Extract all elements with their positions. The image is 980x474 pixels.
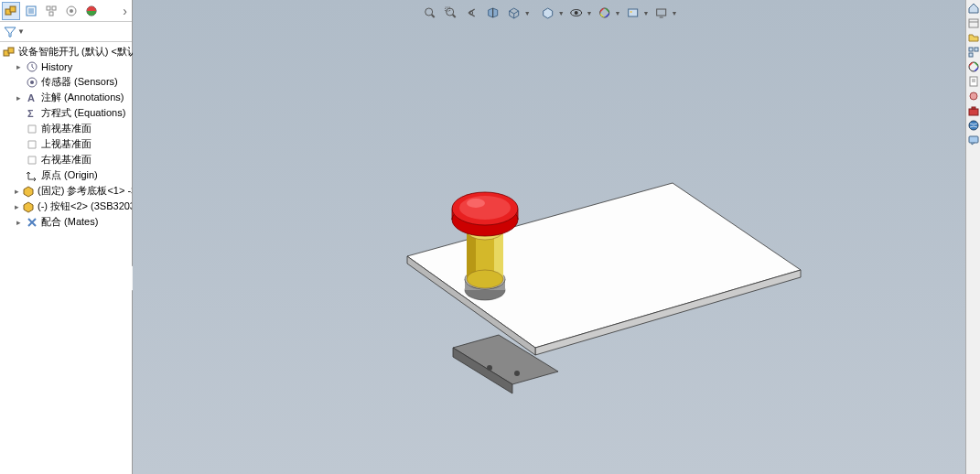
expander-icon[interactable]: ▸ [15, 63, 23, 71]
expander-icon[interactable]: ▸ [15, 93, 23, 102]
section-view-button[interactable] [484, 4, 502, 22]
tree-item-annotations[interactable]: ▸ A 注解 (Annotations) [0, 90, 132, 105]
svg-rect-29 [628, 9, 637, 16]
task-toolbox-button[interactable] [967, 104, 980, 117]
annotation-icon: A [26, 92, 38, 104]
tree-item-equations[interactable]: Σ 方程式 (Equations) [0, 105, 132, 121]
tree-label: 传感器 (Sensors) [41, 75, 118, 89]
svg-rect-55 [975, 48, 978, 51]
tab-overflow[interactable]: › [120, 4, 130, 18]
svg-rect-52 [969, 19, 978, 27]
plane-icon [26, 123, 38, 135]
model-3d[interactable] [398, 165, 810, 403]
dropdown-icon[interactable]: ▼ [558, 10, 565, 16]
feature-manager-panel: › ▼ 设备智能开孔 (默认) <默认_显示 ▸ History 传感器 (Se… [0, 0, 133, 474]
svg-rect-63 [972, 107, 975, 109]
tab-display-manager[interactable] [82, 2, 101, 20]
props-icon [967, 75, 980, 88]
property-icon [25, 5, 38, 17]
tree-item-mates[interactable]: ▸ 配合 (Mates) [0, 214, 132, 230]
tree-label: 配合 (Mates) [41, 215, 98, 229]
task-home-button[interactable] [967, 2, 980, 15]
dropdown-icon[interactable]: ▼ [671, 10, 677, 16]
globe-icon [967, 119, 980, 132]
apply-scene-button[interactable] [623, 4, 641, 22]
tree-label: (-) 按钮<2> (3SB3203-1H [38, 199, 132, 213]
tree-label: 前视基准面 [41, 122, 92, 135]
dropdown-icon[interactable]: ▼ [17, 27, 25, 36]
task-library-button[interactable] [967, 16, 980, 29]
tree-item-button-part[interactable]: ▸ (-) 按钮<2> (3SB3203-1H [0, 199, 132, 214]
dropdown-icon[interactable]: ▼ [615, 10, 621, 16]
task-file-explorer-button[interactable] [967, 31, 980, 44]
dropdown-icon[interactable]: ▼ [642, 10, 649, 16]
tab-dimxpert[interactable] [62, 2, 81, 20]
task-forum-button[interactable] [967, 134, 980, 146]
svg-rect-13 [8, 48, 14, 53]
dropdown-icon[interactable]: ▼ [587, 10, 593, 16]
svg-rect-1 [10, 6, 16, 12]
tree-item-origin[interactable]: 原点 (Origin) [0, 167, 132, 183]
display-style-icon [542, 6, 555, 19]
dropdown-icon[interactable]: ▼ [524, 10, 531, 16]
sensor-icon [26, 76, 38, 89]
tree-label: 原点 (Origin) [41, 168, 98, 182]
tree-label: 右视基准面 [41, 153, 92, 167]
zoom-area-button[interactable] [442, 4, 460, 22]
display-style-button[interactable] [539, 4, 557, 22]
tree-item-sensors[interactable]: 传感器 (Sensors) [0, 74, 132, 90]
svg-rect-8 [49, 12, 53, 16]
tree-item-fixed-part[interactable]: ▸ (固定) 参考底板<1> -> (默 [0, 183, 132, 199]
assembly-icon [3, 46, 16, 59]
task-appearances-button[interactable] [967, 60, 980, 73]
task-custom-props-button[interactable] [967, 75, 980, 88]
tree-item-top-plane[interactable]: 上视基准面 [0, 136, 132, 152]
svg-rect-6 [47, 6, 50, 10]
view-orientation-button[interactable] [505, 4, 523, 22]
zoom-area-icon [445, 6, 458, 19]
tree-item-history[interactable]: ▸ History [0, 59, 132, 74]
palette-icon [967, 46, 980, 59]
part-icon [22, 185, 35, 198]
tree-label: History [41, 61, 72, 72]
graphics-viewport[interactable]: ▼ ▼ ▼ ▼ ▼ ▼ [133, 0, 965, 474]
zoom-fit-button[interactable] [421, 4, 439, 22]
previous-view-button[interactable] [463, 4, 481, 22]
expander-icon[interactable]: ▸ [15, 218, 23, 226]
zoom-fit-icon [424, 6, 436, 19]
tab-property-manager[interactable] [22, 2, 40, 20]
edit-appearance-button[interactable] [596, 4, 614, 22]
task-view-palette-button[interactable] [967, 46, 980, 59]
svg-point-27 [575, 11, 578, 15]
tree-item-right-plane[interactable]: 右视基准面 [0, 152, 132, 167]
expander-icon[interactable]: ▸ [15, 187, 19, 195]
svg-rect-62 [969, 109, 978, 115]
equation-icon: Σ [26, 107, 38, 120]
funnel-icon[interactable] [4, 26, 16, 38]
origin-icon [26, 169, 38, 182]
appearance-icon [598, 6, 611, 19]
view-settings-button[interactable] [652, 4, 670, 22]
forum-icon [967, 134, 980, 146]
expander-icon[interactable]: ▸ [15, 202, 19, 210]
panel-tab-bar: › [0, 0, 132, 22]
display-manager-icon [85, 5, 98, 17]
svg-rect-31 [656, 9, 665, 16]
config-icon [45, 5, 58, 17]
hide-show-button[interactable] [567, 4, 586, 22]
history-icon [26, 60, 38, 73]
task-button-8[interactable] [967, 119, 980, 132]
tree-label: 注解 (Annotations) [41, 91, 124, 104]
tree-label: 上视基准面 [41, 137, 92, 151]
tab-feature-manager[interactable] [2, 2, 20, 20]
task-button-6[interactable] [967, 90, 980, 102]
svg-rect-65 [969, 136, 978, 143]
tab-configuration-manager[interactable] [42, 2, 60, 20]
svg-rect-7 [52, 6, 56, 10]
tree-item-front-plane[interactable]: 前视基准面 [0, 121, 132, 136]
tree-root[interactable]: 设备智能开孔 (默认) <默认_显示 [0, 44, 132, 59]
assembly-icon [5, 5, 17, 17]
prev-view-icon [466, 6, 479, 19]
svg-point-64 [969, 121, 978, 130]
tree-label: (固定) 参考底板<1> -> (默 [38, 184, 132, 198]
